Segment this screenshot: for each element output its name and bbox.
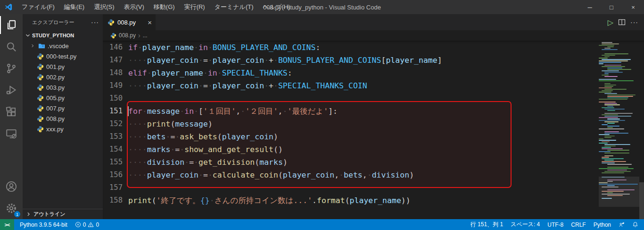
file-item-002.py[interactable]: 002.py [23,72,103,82]
file-item-005.py[interactable]: 005.py [23,93,103,103]
vertical-scrollbar-thumb[interactable] [639,182,644,219]
run-and-debug-icon[interactable] [0,79,23,101]
file-label: 005.py [46,94,65,102]
sidebar-more-actions-icon[interactable]: ··· [91,18,99,26]
code-line: 150 [103,92,597,105]
code-line: 154····marks·=·show_and_get_result() [103,143,597,156]
chevron-right-icon [25,211,32,217]
eol-status[interactable]: CRLF [569,219,587,230]
indentation-status[interactable]: スペース: 4 [509,219,542,230]
tab-bar: 008.py × ▷ ··· [103,14,644,30]
breadcrumb-more[interactable]: ... [143,32,148,39]
code-lines: 146if·player_name·in·BONUS_PLAYER_AND_CO… [103,41,597,207]
file-item-.vscode[interactable]: .vscode [23,41,103,51]
notifications-bell-icon[interactable] [630,219,640,230]
menu-item[interactable]: ファイル(F) [17,0,59,14]
minimize-button[interactable]: ─ [579,0,601,14]
python-file-icon [37,94,44,102]
file-label: 000-test.py [46,53,76,60]
outline-label: アウトライン [33,211,66,218]
line-number: 146 [103,41,123,54]
python-file-icon [37,115,44,122]
error-count: 0 [83,221,86,228]
remote-explorer-icon[interactable] [0,123,23,145]
python-file-icon [37,53,44,60]
file-item-000-test.py[interactable]: 000-test.py [23,51,103,61]
menu-item[interactable]: 実行(R) [180,0,209,14]
outline-section[interactable]: アウトライン [23,209,103,219]
accounts-icon[interactable] [0,176,23,197]
file-item-007.py[interactable]: 007.py [23,103,103,113]
python-file-icon [37,63,44,70]
line-number: 151 [103,105,123,118]
explorer-icon[interactable] [0,14,23,36]
code-line: 157 [103,181,597,194]
settings-gear-icon[interactable]: 1 [0,197,23,219]
menu-bar: ファイル(F)編集(E)選択(S)表示(V)移動(G)実行(R)ターミナル(T)… [17,0,294,14]
minimap-slider[interactable] [599,177,639,207]
settings-badge: 1 [14,211,20,217]
code-line: 147····player_coin·=·player_coin·+·BONUS… [103,54,597,67]
file-label: 002.py [46,74,65,81]
tab-008py[interactable]: 008.py × [103,14,156,30]
warning-icon [88,221,94,228]
extensions-icon[interactable] [0,101,23,123]
python-file-icon [37,105,44,112]
language-mode-status[interactable]: Python [592,219,613,230]
file-item-001.py[interactable]: 001.py [23,61,103,72]
maximize-button[interactable]: □ [601,0,622,14]
file-item-xxx.py[interactable]: xxx.py [23,124,103,134]
vscode-window: ファイル(F)編集(E)選択(S)表示(V)移動(G)実行(R)ターミナル(T)… [0,0,644,230]
remote-indicator[interactable]: >< [0,219,14,230]
cursor-position-status[interactable]: 行 151、列 1 [469,219,505,230]
menu-item[interactable]: 表示(V) [120,0,149,14]
search-icon[interactable] [0,36,23,58]
status-bar: >< Python 3.9.5 64-bit 0 0 行 151、列 1 スペー… [0,219,644,230]
tab-label: 008.py [117,19,136,26]
source-control-icon[interactable] [0,58,23,79]
file-label: 003.py [46,84,65,91]
title-bar: ファイル(F)編集(E)選択(S)表示(V)移動(G)実行(R)ターミナル(T)… [0,0,644,14]
file-item-008.py[interactable]: 008.py [23,113,103,124]
breadcrumb-file[interactable]: 008.py [119,32,136,39]
code-line: 158print('終了です。{}·さんの所持コイン数は...'.format(… [103,194,597,207]
explorer-sidebar: エクスプローラー ··· STUDY_PYTHON .vscode000-tes… [23,14,103,219]
breadcrumb[interactable]: 008.py › ... [103,30,644,41]
line-number: 152 [103,118,123,130]
encoding-status[interactable]: UTF-8 [545,219,565,230]
window-controls: ─ □ × [579,0,644,14]
line-number: 158 [103,194,123,207]
file-label: 008.py [46,115,65,122]
menu-item[interactable]: 選択(S) [90,0,118,14]
feedback-icon[interactable] [617,219,627,230]
code-line: 153····bets·=·ask_bets(player_coin) [103,130,597,143]
close-button[interactable]: × [622,0,644,14]
menu-item[interactable]: 移動(G) [149,0,179,14]
vscode-logo-icon [4,3,13,11]
editor-more-actions-icon[interactable]: ··· [630,18,638,26]
menu-item[interactable]: 編集(E) [60,0,89,14]
python-interpreter-status[interactable]: Python 3.9.5 64-bit [17,219,70,230]
sidebar-title: エクスプローラー [32,19,74,26]
file-label: 001.py [46,63,65,70]
split-editor-icon[interactable] [618,18,626,26]
python-file-icon [37,84,44,91]
menu-item[interactable]: ターミナル(T) [210,0,258,14]
editor-actions: ▷ ··· [608,14,644,30]
menu-item[interactable]: ヘルプ(H) [259,0,295,14]
code-line: 151for·message·in·['１回目',·'２回目',·'最後だよ']… [103,105,597,118]
code-editor[interactable]: 146if·player_name·in·BONUS_PLAYER_AND_CO… [103,41,644,219]
run-python-file-icon[interactable]: ▷ [608,18,613,27]
line-number: 157 [103,181,123,194]
line-number: 147 [103,54,123,67]
chevron-right-icon [30,43,35,48]
file-item-003.py[interactable]: 003.py [23,82,103,93]
problems-status[interactable]: 0 0 [72,219,102,230]
python-file-icon [107,19,115,26]
workspace-label: STUDY_PYTHON [32,33,74,38]
workspace-header[interactable]: STUDY_PYTHON [23,30,103,41]
python-file-icon [37,74,44,81]
tab-close-icon[interactable]: × [148,19,152,26]
editor-group: 008.py × ▷ ··· 008.py › ... [103,14,644,219]
text-cursor [128,106,129,116]
